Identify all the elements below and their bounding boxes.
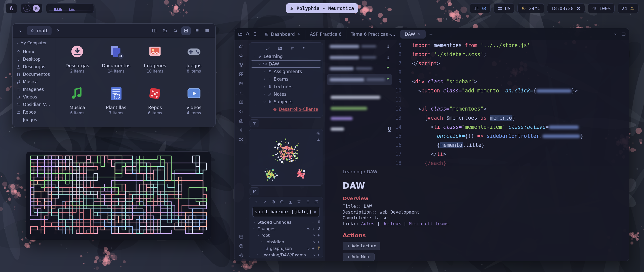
sidebar-item-desktop[interactable]: Desktop — [15, 55, 54, 63]
clear-message-icon[interactable] — [313, 210, 317, 214]
folder-plantillas[interactable]: Plantillas7 items — [97, 83, 136, 124]
ribbon-camera[interactable] — [239, 118, 244, 123]
commit-message-input[interactable] — [255, 209, 313, 214]
keyboard-layout-widget[interactable]: US — [494, 3, 514, 13]
add-lecture-button[interactable]: + Add Lecture — [343, 242, 380, 250]
undo-action-icon[interactable] — [307, 227, 310, 230]
folder-imagenes[interactable]: Imagenes10 items — [136, 41, 175, 83]
folder-videos[interactable]: Videos4 items — [175, 83, 214, 124]
undo-action-icon[interactable] — [312, 253, 315, 257]
sidebar-item-descargas[interactable]: Descargas — [15, 63, 54, 71]
stage-all-button[interactable] — [271, 200, 275, 204]
ribbon-calendar[interactable] — [239, 81, 244, 86]
notifications-widget[interactable]: 24 — [618, 3, 638, 13]
weather-widget[interactable]: 24°C — [517, 3, 544, 13]
notes-button[interactable] — [33, 5, 40, 12]
volume-widget[interactable]: 100% — [588, 3, 615, 13]
media-widget[interactable]: Polyphia - Neurotica — [286, 3, 358, 13]
plus-action-icon[interactable] — [317, 253, 320, 257]
split-right-button[interactable] — [621, 32, 626, 37]
plus-action-icon[interactable] — [317, 240, 320, 244]
ribbon-reading[interactable] — [239, 100, 244, 105]
graph-filter-button[interactable] — [316, 138, 320, 142]
tree-item-lectures[interactable]: Lectures — [251, 83, 321, 90]
ribbon-cut[interactable] — [239, 137, 244, 142]
sidebar-item-videos[interactable]: Videos — [15, 93, 54, 101]
ribbon-canvas[interactable] — [239, 72, 244, 77]
grid-view-button[interactable] — [181, 26, 191, 35]
code-editor-region[interactable]: UUMMU 5import mementoes from '../../stor… — [325, 40, 629, 166]
folder-juegos[interactable]: Juegos8 items — [175, 41, 214, 83]
link-outlook[interactable]: Outlook — [382, 221, 401, 226]
sidebar-item-imagenes[interactable]: Imagenes — [15, 86, 54, 93]
git-row-graph-json[interactable]: graph.jsonM — [252, 245, 320, 252]
graph-panel-tab[interactable] — [250, 119, 259, 127]
list-view-button[interactable] — [192, 26, 201, 35]
ribbon-vault-switcher[interactable] — [239, 234, 244, 239]
tab-daw[interactable]: DAW — [400, 30, 426, 39]
ribbon-settings[interactable] — [239, 253, 244, 258]
ribbon-developer[interactable] — [239, 109, 244, 114]
tree-item-subjects[interactable]: Subjects — [251, 98, 321, 106]
clock-widget[interactable]: 18:08:28 — [547, 3, 585, 13]
sidebar-item-obsidian-v[interactable]: Obsidian V… — [15, 101, 54, 108]
tab-asp-practice-6[interactable]: ASP Practice 6 — [305, 30, 346, 39]
plus-action-icon[interactable] — [312, 247, 315, 250]
plus-action-icon[interactable] — [317, 234, 320, 237]
git-panel-tab[interactable] — [250, 187, 259, 195]
tab-list-button[interactable] — [613, 32, 618, 37]
ribbon-graph-view[interactable] — [239, 62, 244, 67]
bookmarks-button[interactable] — [253, 32, 257, 37]
git-row-staged-changes[interactable]: Staged Changes0 — [252, 219, 320, 225]
minus-action-icon[interactable] — [312, 221, 315, 224]
git-row-changes[interactable]: Changes2 — [252, 225, 320, 232]
updates-widget[interactable]: 11 — [470, 3, 491, 13]
tree-item-learning[interactable]: Learning — [251, 53, 321, 60]
power-button[interactable] — [23, 5, 30, 12]
launcher-button[interactable]: Λ — [6, 3, 17, 13]
unstage-all-button[interactable] — [280, 200, 284, 204]
ribbon-random-note[interactable] — [239, 128, 244, 133]
new-note-button[interactable] — [266, 46, 270, 50]
sidebar-item-repos[interactable]: Repos — [15, 108, 54, 116]
tree-item-assignments[interactable]: Assignments — [251, 68, 321, 75]
open-editor-item[interactable]: M — [327, 74, 392, 85]
add-note-button[interactable]: + Add Note — [343, 253, 375, 261]
tree-item-desarrollo-cliente[interactable]: Desarrollo-Cliente — [251, 106, 321, 113]
ribbon-terminal[interactable] — [239, 90, 244, 95]
open-editor-item[interactable]: U — [327, 52, 392, 63]
folder-descargas[interactable]: Descargas2 items — [58, 41, 97, 83]
breadcrumb[interactable]: matt — [27, 26, 52, 35]
tree-item-exams[interactable]: Exams — [251, 75, 321, 83]
sidebar-item-musica[interactable]: Musica — [15, 78, 54, 86]
git-row-obsidian[interactable]: .obsidian — [252, 239, 320, 245]
search-button[interactable] — [171, 26, 180, 35]
graph-canvas[interactable] — [249, 129, 323, 185]
forward-button[interactable] — [54, 26, 62, 35]
open-editor-item[interactable]: U — [327, 41, 392, 52]
tab-dashboard[interactable]: Dashboard — [260, 30, 305, 39]
new-folder-button[interactable] — [160, 26, 170, 35]
undo-action-icon[interactable] — [312, 240, 315, 244]
plus-action-icon[interactable] — [312, 227, 315, 230]
folder-musica[interactable]: Musica6 items — [58, 83, 97, 124]
folder-repos[interactable]: Repos6 items — [136, 83, 175, 124]
backup-button[interactable] — [254, 200, 258, 204]
sidebar-section-title[interactable]: My Computer — [15, 40, 54, 48]
sidebar-item-juegos[interactable]: Juegos — [15, 116, 54, 123]
link-microsoft-teams[interactable]: Microsoft Teams — [409, 221, 449, 226]
ribbon-vault[interactable] — [239, 44, 244, 49]
new-folder-button[interactable] — [278, 46, 282, 50]
tree-item-notes[interactable]: Notes — [251, 90, 321, 98]
refresh-button[interactable] — [314, 200, 318, 204]
ribbon-search[interactable] — [239, 53, 244, 58]
toggle-sidebar-button[interactable] — [238, 32, 243, 37]
sidebar-item-home[interactable]: Home — [15, 48, 54, 55]
undo-action-icon[interactable] — [307, 247, 310, 250]
tab-tema-6-prácticas[interactable]: Tema 6 Prácticas -… — [346, 30, 400, 39]
note-breadcrumb[interactable]: Learning / DAW — [343, 169, 619, 174]
pull-button[interactable] — [297, 200, 301, 204]
split-view-button[interactable] — [150, 26, 159, 35]
tree-item-daw[interactable]: DAW — [251, 60, 321, 68]
undo-action-icon[interactable] — [312, 234, 315, 237]
